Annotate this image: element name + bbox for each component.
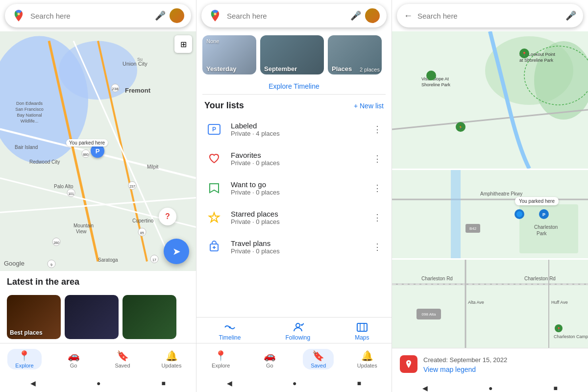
nav-updates-left[interactable]: 🔔 Updates xyxy=(147,343,196,374)
svg-rect-51 xyxy=(357,323,367,331)
timeline-card-september[interactable]: September xyxy=(260,35,324,74)
search-input-left[interactable] xyxy=(30,12,151,20)
mic-icon-left[interactable]: 🎤 xyxy=(155,10,166,21)
new-list-button[interactable]: + New list xyxy=(354,102,384,110)
avatar-middle[interactable] xyxy=(365,8,380,23)
recent-btn-left[interactable]: ■ xyxy=(162,379,166,387)
back-icon-right[interactable]: ← xyxy=(404,11,413,21)
svg-text:B42: B42 xyxy=(469,226,477,231)
mic-icon-middle[interactable]: 🎤 xyxy=(350,10,361,21)
list-item-labeled[interactable]: P Labeled Private · 4 places ⋮ xyxy=(196,115,392,144)
mic-icon-right[interactable]: 🎤 xyxy=(565,10,576,21)
timeline-yesterday-sub: None xyxy=(206,38,219,44)
labeled-more[interactable]: ⋮ xyxy=(371,122,384,137)
updates-label-middle: Updates xyxy=(357,363,377,368)
labeled-meta: Private · 4 places xyxy=(231,130,371,137)
search-bar-left[interactable]: 🎤 xyxy=(5,4,191,27)
svg-text:237: 237 xyxy=(129,185,135,188)
list-item-travel[interactable]: Travel plans Private · 0 places ⋮ xyxy=(196,232,392,262)
svg-text:Charleston Rd: Charleston Rd xyxy=(524,276,556,281)
starred-more[interactable]: ⋮ xyxy=(371,210,384,225)
map-segment-2: Amphitheatre Pkwy Charleston Park P B42 … xyxy=(392,170,588,258)
maps-tab-icon xyxy=(356,321,368,333)
back-btn-right[interactable]: ◀ xyxy=(422,384,428,392)
place-card-1[interactable]: Best places xyxy=(7,295,61,339)
view-legend-link[interactable]: View map legend xyxy=(423,366,507,373)
tab-maps[interactable]: Maps xyxy=(355,321,369,341)
help-button[interactable]: ? xyxy=(159,208,176,225)
back-btn-middle[interactable]: ◀ xyxy=(227,379,232,387)
tab-following[interactable]: Following xyxy=(285,321,310,341)
want-to-go-info: Want to go Private · 0 places xyxy=(231,180,371,196)
recent-btn-middle[interactable]: ■ xyxy=(357,379,361,387)
home-btn-middle[interactable]: ● xyxy=(293,379,296,387)
place-card-2[interactable] xyxy=(65,295,119,339)
nav-explore-left[interactable]: 📍 Explore xyxy=(0,343,49,374)
svg-text:Don Edwards: Don Edwards xyxy=(16,101,43,106)
recent-btn-right[interactable]: ■ xyxy=(554,384,558,392)
svg-text:Park: Park xyxy=(537,231,547,236)
nav-saved-left[interactable]: 🔖 Saved xyxy=(98,343,147,374)
search-bar-middle[interactable]: 🎤 xyxy=(201,4,387,27)
list-item-favorites[interactable]: Favorites Private · 0 places ⋮ xyxy=(196,144,392,173)
maps-tab-label: Maps xyxy=(355,334,369,341)
you-parked-right: You parked here xyxy=(515,197,559,205)
explore-label-middle: Explore xyxy=(212,363,230,368)
nav-updates-middle[interactable]: 🔔 Updates xyxy=(343,343,392,374)
map-info-card: Created: September 15, 2022 View map leg… xyxy=(392,348,588,379)
go-label-middle: Go xyxy=(266,363,273,368)
system-nav-middle: ◀ ● ■ xyxy=(196,374,392,392)
right-panel: ← 🎤 Bay Lookout Point at Shoreline Park … xyxy=(392,0,588,392)
want-to-go-more[interactable]: ⋮ xyxy=(371,181,384,196)
home-btn-left[interactable]: ● xyxy=(97,379,100,387)
search-bar-right[interactable]: ← 🎤 xyxy=(397,4,583,27)
svg-point-41 xyxy=(214,13,217,16)
svg-marker-44 xyxy=(210,184,219,193)
nav-saved-middle[interactable]: 🔖 Saved xyxy=(294,343,343,374)
svg-point-0 xyxy=(17,13,20,16)
svg-text:Bair Island: Bair Island xyxy=(15,145,38,150)
svg-point-49 xyxy=(229,326,231,328)
svg-text:Milpit: Milpit xyxy=(147,164,159,170)
starred-meta: Private · 0 places xyxy=(231,218,371,225)
back-btn-left[interactable]: ◀ xyxy=(30,379,36,387)
travel-more[interactable]: ⋮ xyxy=(371,240,384,254)
want-to-go-name: Want to go xyxy=(231,180,371,189)
explore-timeline-link[interactable]: Explore Timeline xyxy=(196,78,392,94)
list-items: P Labeled Private · 4 places ⋮ Favorites… xyxy=(196,115,392,262)
timeline-places-sub: 2 places xyxy=(360,67,380,73)
avatar-left[interactable] xyxy=(170,8,184,23)
lists-header: Your lists + New list xyxy=(196,95,392,115)
saved-icon-middle: 🔖 xyxy=(312,350,324,362)
tab-timeline[interactable]: Timeline xyxy=(219,321,241,341)
bottom-nav-middle: 📍 Explore 🚗 Go 🔖 Saved 🔔 Updates xyxy=(196,343,392,374)
middle-panel: 🎤 Yesterday None September Places 2 plac… xyxy=(196,0,392,392)
timeline-tab-icon xyxy=(224,321,236,333)
search-input-right[interactable] xyxy=(417,12,562,20)
list-item-want-to-go[interactable]: Want to go Private · 0 places ⋮ xyxy=(196,173,392,203)
travel-icon xyxy=(208,241,220,253)
place-card-3[interactable] xyxy=(122,295,176,339)
nav-go-middle[interactable]: 🚗 Go xyxy=(245,343,294,374)
navigation-fab[interactable]: ➤ xyxy=(164,239,189,264)
svg-text:Amphitheatre Pkwy: Amphitheatre Pkwy xyxy=(480,191,522,196)
timeline-card-places[interactable]: Places 2 places xyxy=(328,35,382,74)
left-panel: 🎤 Union City Su Fremont Don Edwards San … xyxy=(0,0,196,392)
tab-bar-middle: Timeline Following Maps xyxy=(196,317,392,343)
search-input-middle[interactable] xyxy=(227,12,346,20)
layers-button[interactable]: ⊞ xyxy=(174,35,192,53)
list-item-starred[interactable]: Starred places Private · 0 places ⋮ xyxy=(196,203,392,232)
starred-icon xyxy=(208,211,220,224)
home-btn-right[interactable]: ● xyxy=(489,384,492,392)
favorites-more[interactable]: ⋮ xyxy=(371,151,384,166)
pin-svg xyxy=(404,359,414,369)
bottom-nav-left: 📍 Explore 🚗 Go 🔖 Saved 🔔 Updates xyxy=(0,343,196,374)
travel-info: Travel plans Private · 0 places xyxy=(231,239,371,255)
want-to-go-icon-wrap xyxy=(204,178,224,198)
nav-go-left[interactable]: 🚗 Go xyxy=(49,343,98,374)
timeline-card-yesterday[interactable]: Yesterday None xyxy=(202,35,256,74)
labeled-name: Labeled xyxy=(231,122,371,130)
nav-explore-middle[interactable]: 📍 Explore xyxy=(196,343,245,374)
svg-text:Wildlife...: Wildlife... xyxy=(21,119,39,123)
starred-name: Starred places xyxy=(231,210,371,218)
